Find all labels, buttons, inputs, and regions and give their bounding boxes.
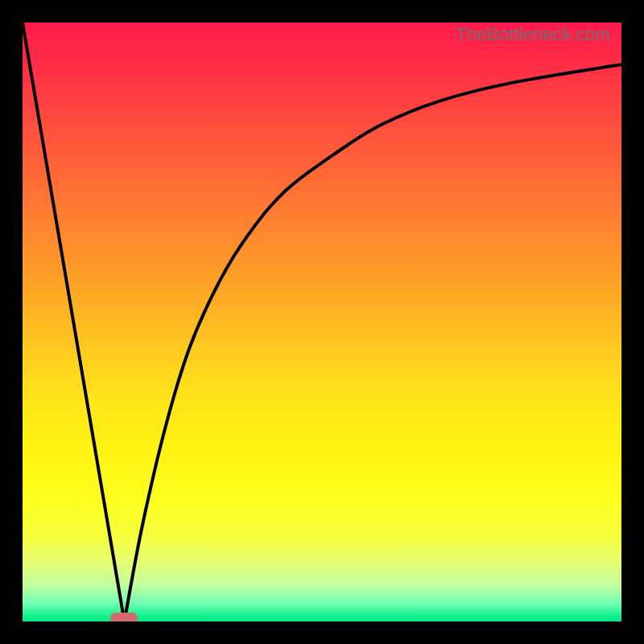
left-branch — [23, 23, 125, 621]
plot-area: TheBottleneck.com — [23, 23, 621, 621]
minimum-marker — [110, 613, 138, 621]
right-branch — [125, 64, 622, 621]
chart-frame: TheBottleneck.com — [0, 0, 644, 644]
watermark-text: TheBottleneck.com — [456, 24, 610, 45]
curve-layer — [23, 23, 621, 621]
